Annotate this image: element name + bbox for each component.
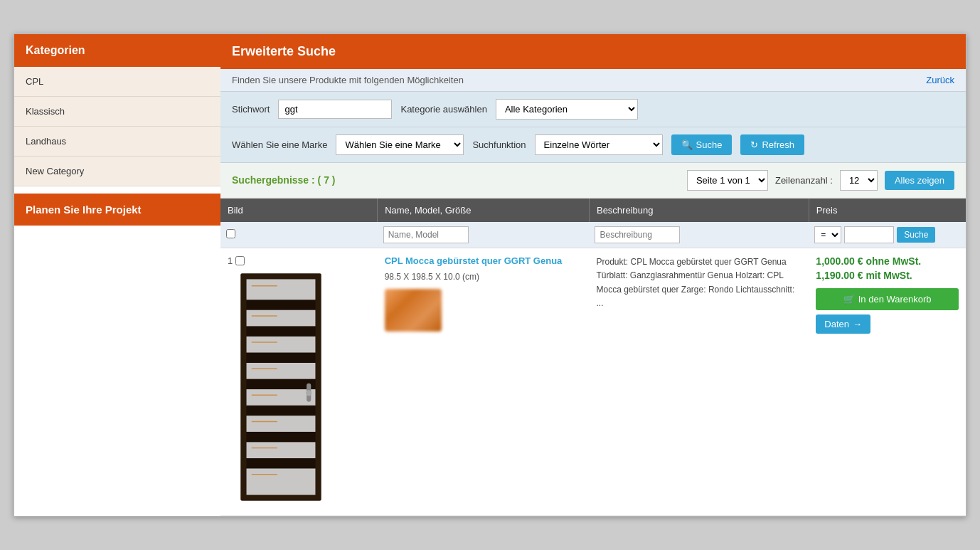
refresh-icon: ↻: [750, 139, 758, 150]
product-price-cell: 1,000.00 € ohne MwSt. 1,190.00 € mit MwS…: [809, 248, 966, 516]
alles-zeigen-button[interactable]: Alles zeigen: [885, 171, 954, 190]
svg-rect-3: [247, 310, 316, 327]
row-number: 1: [228, 255, 233, 266]
results-text: Suchergebnisse : ( 7 ): [232, 174, 335, 186]
product-image-cell: 1: [220, 248, 378, 516]
suche-button[interactable]: 🔍 Suche: [671, 134, 733, 155]
svg-rect-9: [247, 469, 316, 495]
sidebar-item-new-category[interactable]: New Category: [14, 157, 220, 186]
kategorie-select[interactable]: Alle Kategorien CPL Klassisch Landhaus N…: [496, 99, 638, 120]
page-select[interactable]: Seite 1 von 1: [687, 170, 768, 191]
warenkorb-button[interactable]: 🛒 In den Warenkorb: [816, 288, 959, 310]
filter-desc-cell: [589, 222, 809, 248]
daten-button[interactable]: Daten →: [816, 314, 870, 334]
svg-rect-2: [247, 280, 316, 300]
col-header-bild: Bild: [220, 199, 378, 222]
svg-rect-8: [247, 443, 316, 459]
svg-rect-7: [247, 416, 316, 432]
refresh-button[interactable]: ↻ Refresh: [740, 134, 804, 155]
col-header-price: Preis: [809, 199, 966, 222]
sidebar-item-cpl[interactable]: CPL: [14, 67, 220, 97]
search-icon: 🔍: [681, 139, 693, 150]
svg-point-19: [306, 390, 311, 396]
stichwort-input[interactable]: [278, 100, 392, 119]
sidebar-item-klassisch[interactable]: Klassisch: [14, 97, 220, 127]
filter-price-input[interactable]: [844, 226, 894, 243]
svg-rect-4: [247, 337, 316, 353]
zeilenanzahl-label: Zeilenanzahl :: [775, 175, 833, 186]
select-all-checkbox[interactable]: [226, 229, 235, 238]
filter-name-input[interactable]: [383, 226, 469, 243]
product-thumbnail: [385, 289, 442, 332]
back-link[interactable]: Zurück: [926, 75, 954, 85]
product-desc-cell: Produkt: CPL Mocca gebürstet quer GGRT G…: [589, 248, 809, 516]
cart-icon: 🛒: [843, 294, 855, 305]
arrow-icon: →: [853, 319, 862, 329]
filter-price-cell: = < > Suche: [809, 222, 966, 248]
kategorie-label: Kategorie auswählen: [400, 104, 486, 115]
svg-rect-5: [247, 363, 316, 379]
filter-suche-button[interactable]: Suche: [897, 227, 935, 243]
sidebar-project: Planen Sie Ihre Projekt: [14, 194, 220, 226]
product-image: [228, 266, 334, 508]
product-size: 98.5 X 198.5 X 10.0 (cm): [385, 272, 582, 282]
svg-rect-6: [247, 389, 316, 406]
door-svg: [231, 270, 331, 504]
marke-label: Wählen Sie eine Marke: [232, 139, 327, 150]
row-checkbox[interactable]: [235, 256, 245, 265]
sidebar-item-landhaus[interactable]: Landhaus: [14, 127, 220, 157]
price-operator-select[interactable]: = < >: [814, 226, 841, 243]
zeilenanzahl-select[interactable]: 12 24 48: [840, 170, 878, 191]
price-netto: 1,000.00 € ohne MwSt.: [816, 255, 959, 267]
stichwort-label: Stichwort: [232, 104, 270, 115]
product-description: Produkt: CPL Mocca gebürstet quer GGRT G…: [596, 257, 794, 308]
sidebar-header: Kategorien: [14, 34, 220, 67]
search-info: Finden Sie unsere Produkte mit folgenden…: [232, 75, 464, 85]
marke-select[interactable]: Wählen Sie eine Marke: [336, 134, 464, 155]
product-link[interactable]: CPL Mocca gebürstet quer GGRT Genua: [385, 255, 563, 266]
product-name-cell: CPL Mocca gebürstet quer GGRT Genua 98.5…: [378, 248, 590, 516]
suchfunktion-select[interactable]: Einzelne Wörter Alle Wörter Exakte Phras…: [535, 134, 663, 155]
table-row: 1: [220, 248, 966, 516]
col-header-name: Name, Model, Größe: [378, 199, 590, 222]
price-brutto: 1,190.00 € mit MwSt.: [816, 270, 959, 281]
filter-bild-cell: [220, 222, 378, 248]
col-header-desc: Beschreibung: [589, 199, 809, 222]
filter-desc-input[interactable]: [595, 226, 680, 243]
suchfunktion-label: Suchfunktion: [472, 139, 526, 150]
content-header: Erweiterte Suche: [220, 34, 966, 69]
filter-name-cell: [378, 222, 590, 248]
